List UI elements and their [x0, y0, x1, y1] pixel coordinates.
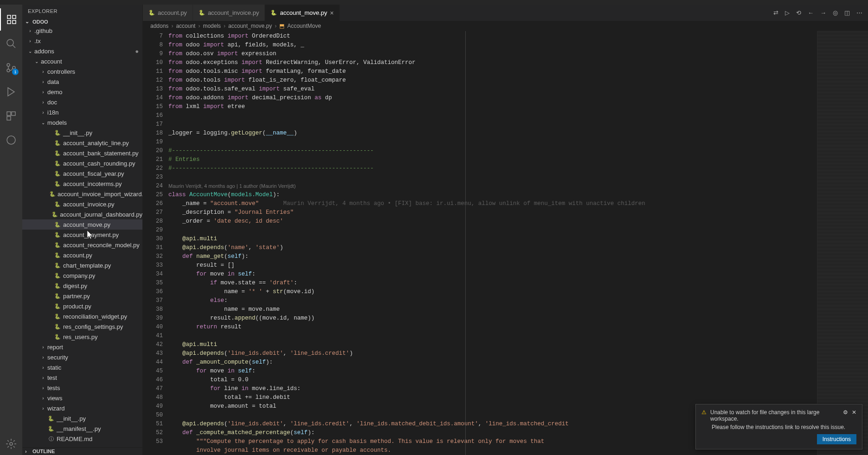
file-item[interactable]: 🐍reconciliation_widget.py — [22, 311, 142, 321]
code-line[interactable]: if move.state == 'draft': — [168, 279, 817, 288]
code-line[interactable]: from odoo.osv import expression — [168, 50, 817, 58]
activity-explorer-icon[interactable] — [0, 8, 22, 31]
file-item[interactable]: 🐍account_analytic_line.py — [22, 138, 142, 148]
breadcrumb-item[interactable]: addons — [150, 23, 168, 29]
code-line[interactable]: _name = "account.move" Maurin Verrijdt, … — [168, 199, 817, 208]
folder-item[interactable]: ›doc — [22, 97, 142, 107]
target-icon[interactable]: ◎ — [833, 9, 838, 16]
code-line[interactable] — [168, 120, 817, 129]
activity-search-icon[interactable] — [0, 32, 22, 55]
file-item[interactable]: 🐍__manifest__.py — [22, 423, 142, 434]
file-item[interactable]: 🐍account.py — [22, 250, 142, 260]
breadcrumb-item[interactable]: AccountMove — [287, 23, 321, 29]
notification-close-icon[interactable]: ✕ — [852, 409, 856, 416]
file-item[interactable]: 🐍account_cash_rounding.py — [22, 158, 142, 168]
code-line[interactable]: from odoo.exceptions import RedirectWarn… — [168, 58, 817, 67]
folder-item[interactable]: ›wizard — [22, 403, 142, 413]
code-line[interactable]: total += line.debit — [168, 393, 817, 402]
folder-item[interactable]: ›demo — [22, 87, 142, 97]
file-item[interactable]: 🐍account_fiscal_year.py — [22, 168, 142, 179]
file-item[interactable]: 🐍product.py — [22, 301, 142, 311]
code-line[interactable] — [168, 332, 817, 340]
split-icon[interactable]: ◫ — [844, 9, 850, 16]
code-line[interactable] — [168, 111, 817, 120]
file-item[interactable]: 🐍partner.py — [22, 291, 142, 301]
code-line[interactable] — [168, 226, 817, 235]
file-item[interactable]: 🐍account_payment.py — [22, 230, 142, 240]
code-line[interactable]: for move in self: — [168, 367, 817, 376]
outline-header[interactable]: ›OUTLINE — [22, 447, 142, 455]
breadcrumb-item[interactable]: account_move.py — [228, 23, 272, 29]
code-line[interactable]: from odoo.tools import float_is_zero, fl… — [168, 76, 817, 85]
file-item[interactable]: 🐍digest.py — [22, 281, 142, 291]
editor-tab[interactable]: 🐍account_invoice.py — [193, 5, 265, 21]
folder-item[interactable]: ›controllers — [22, 66, 142, 77]
activity-scm-icon[interactable]: 1 — [0, 57, 22, 79]
code-line[interactable]: from odoo import api, fields, models, _ — [168, 41, 817, 50]
code-line[interactable]: from odoo.tools.safe_eval import safe_ev… — [168, 85, 817, 94]
code-area[interactable]: from collections import OrderedDictfrom … — [168, 31, 817, 455]
nav-fwd-icon[interactable]: → — [820, 9, 826, 16]
folder-item[interactable]: ›.tx — [22, 36, 142, 46]
file-item[interactable]: 🐍account_incoterms.py — [22, 179, 142, 189]
breadcrumb-item[interactable]: models — [203, 23, 221, 29]
file-item[interactable]: 🐍res_users.py — [22, 332, 142, 342]
code-line[interactable] — [168, 138, 817, 147]
file-item[interactable]: 🐍res_config_settings.py — [22, 321, 142, 332]
file-item[interactable]: 🐍account_reconcile_model.py — [22, 240, 142, 250]
code-line[interactable]: result.append((move.id, name)) — [168, 314, 817, 323]
folder-item[interactable]: ⌄account — [22, 56, 142, 66]
file-item[interactable]: 🐍account_bank_statement.py — [22, 148, 142, 158]
compare-icon[interactable]: ⇄ — [773, 9, 778, 16]
code-line[interactable]: @api.multi — [168, 340, 817, 349]
breadcrumb[interactable]: addons›account›models›account_move.py›⬒ … — [143, 21, 868, 31]
code-line[interactable]: _order = 'date desc, id desc' — [168, 217, 817, 226]
folder-item[interactable]: ›static — [22, 362, 142, 372]
folder-item[interactable]: ›security — [22, 352, 142, 362]
code-line[interactable]: for line in move.line_ids: — [168, 385, 817, 393]
code-line[interactable]: for move in self: — [168, 270, 817, 279]
code-line[interactable]: class AccountMove(models.Model): — [168, 191, 817, 199]
instructions-button[interactable]: Instructions — [817, 434, 856, 444]
folder-item[interactable]: ›report — [22, 342, 142, 352]
code-line[interactable]: name = '* ' + str(move.id) — [168, 288, 817, 296]
folder-item[interactable]: ⌄models — [22, 117, 142, 128]
folder-item[interactable]: ›views — [22, 393, 142, 403]
activity-extensions-icon[interactable] — [0, 105, 22, 127]
editor-tab[interactable]: 🐍account_move.py× — [265, 5, 340, 21]
folder-item[interactable]: ›data — [22, 77, 142, 87]
file-item[interactable]: 🐍account_journal_dashboard.py — [22, 209, 142, 219]
code-line[interactable]: @api.depends('name', 'state') — [168, 244, 817, 252]
code-line[interactable]: #---------------------------------------… — [168, 147, 817, 155]
code-line[interactable]: @api.multi — [168, 235, 817, 244]
editor-tab[interactable]: 🐍account.py — [143, 5, 193, 21]
code-line[interactable]: def _amount_compute(self): — [168, 358, 817, 367]
activity-settings-icon[interactable] — [0, 433, 22, 455]
code-line[interactable]: #---------------------------------------… — [168, 164, 817, 173]
file-item[interactable]: 🐍__init__.py — [22, 413, 142, 423]
code-line[interactable]: @api.depends('line_ids.debit', 'line_ids… — [168, 349, 817, 358]
file-item[interactable]: 🐍__init__.py — [22, 128, 142, 138]
file-item[interactable]: ⓘREADME.md — [22, 434, 142, 444]
folder-item[interactable]: ›tests — [22, 383, 142, 393]
file-item[interactable]: 🐍account_invoice.py — [22, 199, 142, 209]
notification-gear-icon[interactable]: ⚙ — [843, 409, 848, 416]
code-line[interactable]: _logger = logging.getLogger(__name__) — [168, 129, 817, 138]
editor[interactable]: 7891011121314151617181920212223242526272… — [143, 31, 868, 455]
code-line[interactable]: else: — [168, 296, 817, 305]
run-icon[interactable]: ▷ — [785, 9, 790, 16]
nav-back-icon[interactable]: ← — [808, 9, 814, 16]
code-line[interactable]: _description = "Journal Entries" — [168, 208, 817, 217]
code-line[interactable]: # Entries — [168, 155, 817, 164]
more-icon[interactable]: ⋯ — [856, 9, 862, 16]
code-line[interactable]: name = move.name — [168, 305, 817, 314]
folder-item[interactable]: ›.github — [22, 26, 142, 36]
file-item[interactable]: 🐍company.py — [22, 270, 142, 281]
folder-item[interactable]: ›i18n — [22, 107, 142, 117]
code-line[interactable]: from odoo.addons import decimal_precisio… — [168, 94, 817, 103]
folder-item[interactable]: ⌄addons ● — [22, 46, 142, 56]
refresh-icon[interactable]: ⟲ — [796, 9, 801, 16]
code-line[interactable]: return result — [168, 323, 817, 332]
code-line[interactable] — [168, 173, 817, 182]
file-item[interactable]: 🐍account_invoice_import_wizard.py — [22, 189, 142, 199]
